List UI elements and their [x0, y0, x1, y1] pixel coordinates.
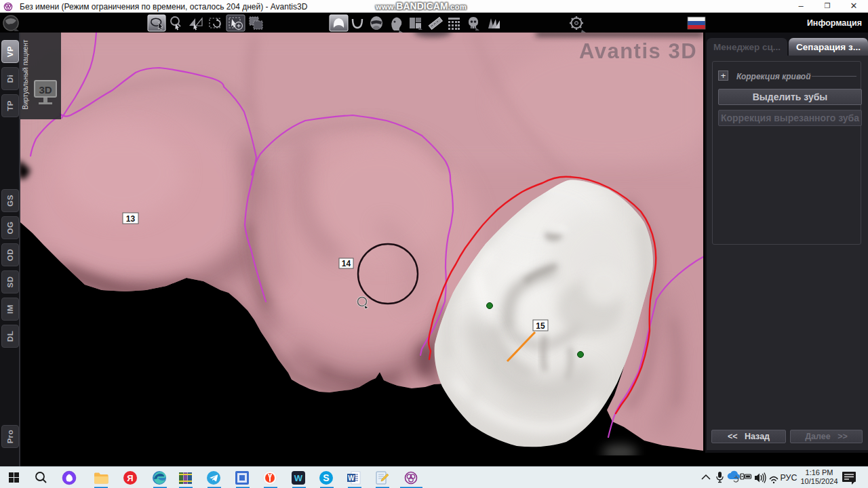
svg-text:W: W — [348, 474, 355, 482]
svg-text:13: 13 — [126, 214, 136, 224]
svg-text:W: W — [294, 473, 303, 483]
svg-text:14: 14 — [342, 259, 351, 268]
svg-text:Avantis 3D: Avantis 3D — [579, 39, 697, 63]
svg-text:S: S — [323, 472, 329, 483]
svg-text:15: 15 — [536, 321, 545, 331]
svg-text:Я: Я — [127, 473, 133, 483]
svg-text:РУС: РУС — [780, 473, 797, 483]
svg-text:3D: 3D — [39, 84, 52, 96]
